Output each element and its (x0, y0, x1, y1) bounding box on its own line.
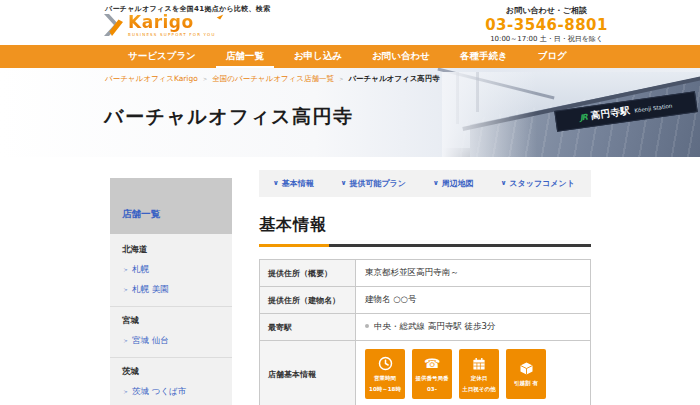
hero-section: JR 高円寺駅 Kōenji Station バーチャルオフィスKarigo＞全… (0, 68, 700, 157)
anchor-available-plans[interactable]: ∨提供可能プラン (341, 178, 406, 189)
chevron-down-icon: ∨ (341, 180, 347, 187)
jr-logo: JR (579, 113, 587, 123)
nav-item-store-list[interactable]: 店舗一覧 (226, 45, 264, 68)
anchor-area-map[interactable]: ∨周辺地図 (433, 178, 474, 189)
karigo-logo-mark-icon (103, 13, 125, 41)
table-row: 最寄駅 中央・総武線 高円寺駅 徒歩3分 (260, 314, 591, 341)
link-arrow-icon: ＞ (122, 337, 129, 345)
sidebar-item-miyagi-sendai[interactable]: ＞宮城 仙台 (122, 335, 220, 347)
sidebar-region-list: 北海道 ＞札幌 ＞札幌 美園 宮城 ＞宮城 仙台 茨城 ＞茨城 つくば市 千葉 … (110, 234, 232, 405)
calendar-icon (472, 355, 486, 372)
clock-icon (378, 355, 393, 372)
badge-phone-number: ☎ 提供番号局番 03- (412, 349, 452, 399)
badge-moving-discount: 引越割 有 (506, 349, 546, 399)
chevron-down-icon: ∨ (433, 180, 439, 187)
phone-icon: ☎ (424, 355, 440, 372)
row-value-nearest-station: 中央・総武線 高円寺駅 徒歩3分 (356, 314, 591, 341)
row-value-store-basic-info: 営業時間 10時～18時 ☎ 提供番号局番 03- 定休日 土日祝その他 (356, 341, 591, 405)
region-label-ibaraki: 茨城 (122, 366, 220, 378)
header-contact-block: お問い合わせ・ご相談 03-3546-8801 10:00～17:00 土・日・… (485, 5, 608, 44)
anchor-basic-info[interactable]: ∨基本情報 (273, 178, 314, 189)
box-icon (519, 360, 534, 377)
station-photo: JR 高円寺駅 Kōenji Station (442, 72, 700, 157)
sidebar-item-ibaraki-tsukuba[interactable]: ＞茨城 つくば市 (122, 386, 220, 398)
section-title-basic-info: 基本情報 (259, 215, 591, 236)
table-row: 店舗基本情報 営業時間 10時～18時 ☎ 提供番号局番 03- (260, 341, 591, 405)
sidebar-title-store-list[interactable]: 店舗一覧 (110, 178, 232, 234)
row-label-nearest-station: 最寄駅 (260, 314, 356, 341)
store-info-badges: 営業時間 10時～18時 ☎ 提供番号局番 03- 定休日 土日祝その他 (365, 348, 581, 400)
karigo-logo[interactable]: Karigo BUSINESS SUPPORT FOR YOU (103, 13, 216, 41)
table-row: 提供住所（建物名） 建物名 ○○号 (260, 287, 591, 314)
sidebar-item-sapporo[interactable]: ＞札幌 (122, 264, 220, 276)
breadcrumb-current-page: バーチャルオフィス高円寺 (348, 74, 439, 83)
phone-number-link[interactable]: 03-3546-8801 (485, 16, 608, 34)
row-value-address-summary: 東京都杉並区高円寺南～ (356, 260, 591, 287)
link-arrow-icon: ＞ (122, 266, 129, 274)
link-arrow-icon: ＞ (122, 388, 129, 396)
row-label-address-summary: 提供住所（概要） (260, 260, 356, 287)
breadcrumb-separator: ＞ (338, 75, 345, 83)
station-sign-english: Kōenji Station (634, 102, 673, 113)
row-label-building-name: 提供住所（建物名） (260, 287, 356, 314)
nav-item-procedures[interactable]: 各種手続き (460, 45, 508, 68)
badge-business-hours: 営業時間 10時～18時 (365, 349, 405, 399)
chevron-down-icon: ∨ (501, 180, 507, 187)
main-content: ∨基本情報 ∨提供可能プラン ∨周辺地図 ∨スタッフコメント 基本情報 提供住所… (259, 170, 591, 405)
badge-closed-days: 定休日 土日祝その他 (459, 349, 499, 399)
store-list-sidebar: 店舗一覧 北海道 ＞札幌 ＞札幌 美園 宮城 ＞宮城 仙台 茨城 ＞茨城 つくば… (110, 178, 232, 405)
station-sign-name: 高円寺駅 (590, 104, 631, 122)
nav-item-service-plan[interactable]: サービスプラン (128, 45, 196, 68)
logo-wordmark: Karigo (128, 12, 194, 32)
sidebar-divider (110, 357, 232, 358)
bullet-icon (365, 324, 369, 328)
basic-info-table: 提供住所（概要） 東京都杉並区高円寺南～ 提供住所（建物名） 建物名 ○○号 最… (259, 259, 591, 405)
chevron-down-icon: ∨ (273, 180, 279, 187)
link-arrow-icon: ＞ (122, 286, 129, 294)
breadcrumb-separator: ＞ (202, 75, 209, 83)
row-label-store-basic-info: 店舗基本情報 (260, 341, 356, 405)
contact-label: お問い合わせ・ご相談 (485, 5, 608, 16)
page-title: バーチャルオフィス高円寺 (104, 104, 354, 130)
nav-item-contact[interactable]: お問い合わせ (372, 45, 430, 68)
region-label-hokkaido: 北海道 (122, 244, 220, 256)
nav-item-apply[interactable]: お申し込み (294, 45, 342, 68)
table-row: 提供住所（概要） 東京都杉並区高円寺南～ (260, 260, 591, 287)
logo-subtitle: BUSINESS SUPPORT FOR YOU (128, 32, 216, 37)
breadcrumb-store-list-link[interactable]: 全国のバーチャルオフィス店舗一覧 (212, 74, 334, 83)
nav-item-blog[interactable]: ブログ (538, 45, 567, 68)
row-value-building-name: 建物名 ○○号 (356, 287, 591, 314)
photo-fade-overlay (442, 72, 537, 157)
site-header: バーチャルオフィスを全国41拠点から比較、検索 Karigo BUSINESS … (0, 0, 700, 45)
sidebar-item-sapporo-misono[interactable]: ＞札幌 美園 (122, 284, 220, 296)
breadcrumb: バーチャルオフィスKarigo＞全国のバーチャルオフィス店舗一覧＞バーチャルオフ… (105, 74, 440, 84)
business-hours: 10:00～17:00 土・日・祝日を除く (485, 34, 608, 44)
breadcrumb-home-link[interactable]: バーチャルオフィスKarigo (105, 74, 198, 83)
main-nav: サービスプラン 店舗一覧 お申し込み お問い合わせ 各種手続き ブログ (0, 45, 700, 68)
anchor-staff-comments[interactable]: ∨スタッフコメント (501, 178, 575, 189)
region-label-miyagi: 宮城 (122, 315, 220, 327)
section-title-rule (259, 244, 591, 247)
sidebar-divider (110, 306, 232, 307)
section-anchor-bar: ∨基本情報 ∨提供可能プラン ∨周辺地図 ∨スタッフコメント (259, 170, 591, 197)
